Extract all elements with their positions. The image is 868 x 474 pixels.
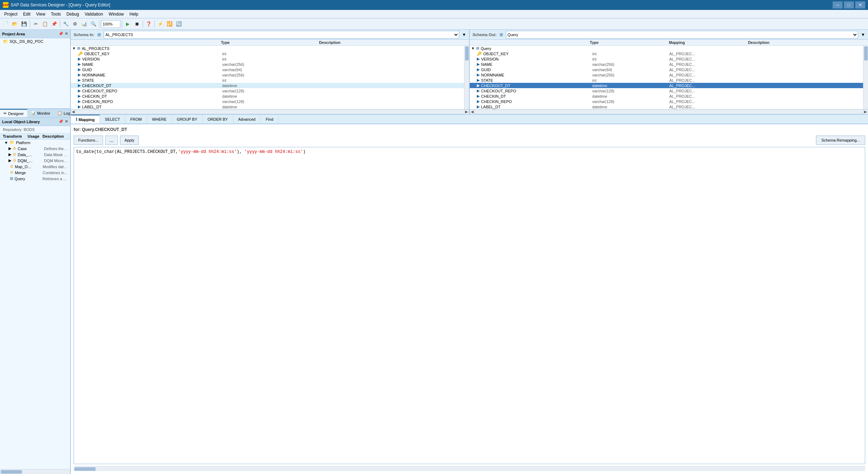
schema-in-row-4[interactable]: ▶ NORMNAME varchar(256) [71,72,464,78]
tb-run[interactable]: ▶ [124,20,132,28]
tb-new[interactable]: 📄 [1,20,10,28]
tb-sep-3 [99,21,99,28]
menu-validation[interactable]: Validation [82,11,106,17]
schema-out-row-6[interactable]: ▶ CHECKOUT_DT datetime AL_PROJEC... [470,83,863,88]
schema-in-row-6[interactable]: ▶ CHECKOUT_DT datetime [71,83,464,88]
lib-item-datamask[interactable]: ▶ ⚙ Data_Mask Data Mask Base Tr... [0,152,70,158]
schema-out-vscroll-thumb[interactable] [864,46,868,61]
code-hscroll-thumb[interactable] [74,467,96,471]
lib-item-mapop-name: Map_Operation [15,165,32,169]
menu-edit[interactable]: Edit [20,11,33,17]
schema-in-row-3[interactable]: ▶ GUID varchar(64) [71,67,464,72]
tb-extra1[interactable]: ⚡ [156,20,165,28]
tab-where-label: WHERE [152,117,166,121]
schema-remapping-button[interactable]: Schema Remapping... [816,136,865,145]
tb-help[interactable]: ❓ [144,20,153,28]
schema-in-hscroll-track[interactable] [76,110,464,114]
lib-item-platform[interactable]: ▼ 📁 Platform [0,139,70,145]
tab-from[interactable]: FROM [125,115,147,124]
tab-advanced[interactable]: Advanced [233,115,261,124]
schema-out-row-8[interactable]: ▶ CHECKIN_DT datetime AL_PROJEC... [470,93,863,99]
local-lib-close[interactable]: ✕ [65,119,68,124]
schema-out-select[interactable]: Query [506,31,858,39]
project-area-close[interactable]: ✕ [65,32,68,36]
schema-out-row-2[interactable]: ▶ NAME varchar(256) AL_PROJEC... [470,62,863,67]
schema-out-right-arrow[interactable]: ▶ [863,109,868,114]
minimize-button[interactable]: ─ [833,1,843,8]
schema-out-hscroll-track[interactable] [475,110,863,114]
tab-mapping[interactable]: ℹ Mapping [71,115,100,124]
tb-btn4[interactable]: 🔍 [89,20,98,28]
schema-in-row-2[interactable]: ▶ NAME varchar(256) [71,62,464,67]
schema-in-row-5[interactable]: ▶ STATE int [71,78,464,83]
tb-stop[interactable]: ⏹ [133,20,141,28]
schema-out-row-0[interactable]: 🔑 OBJECT_KEY int AL_PROJEC... [470,51,863,56]
schema-in-row-9[interactable]: ▶ CHECKIN_REPO varchar(128) [71,99,464,104]
dots-button[interactable]: ... [105,136,118,145]
schema-in-left-arrow[interactable]: ◀ [71,109,76,114]
tb-copy[interactable]: 📋 [41,20,49,28]
menu-view[interactable]: View [33,11,48,17]
project-tree-item-sql[interactable]: 📁 SQL_DS_BQ_POC [0,38,70,45]
schema-out-row-3[interactable]: ▶ GUID varchar(64) AL_PROJEC... [470,67,863,72]
schema-in-vscroll[interactable] [464,46,469,109]
lib-item-query[interactable]: ⊞ Query Retrieves a data se... [0,176,70,182]
schema-out-row-7[interactable]: ▶ CHECKOUT_REPO varchar(128) AL_PROJEC..… [470,88,863,93]
tb-save[interactable]: 💾 [20,20,28,28]
tb-paste[interactable]: 📌 [50,20,58,28]
arrow-icon-7: ▶ [78,88,81,93]
code-editor[interactable]: to_date(to_char(AL_PROJECTS.CHECKOUT_DT,… [74,147,865,464]
left-panel-hscroll[interactable] [0,469,70,474]
schema-out-root[interactable]: ▼ ⊞ Query [470,46,863,51]
maximize-button[interactable]: □ [844,1,854,8]
code-hscroll[interactable] [74,466,865,471]
zoom-input[interactable] [101,20,120,28]
menu-project[interactable]: Project [1,11,20,17]
close-button[interactable]: ✕ [855,1,865,8]
schema-out-left-arrow[interactable]: ◀ [470,109,475,114]
tab-monitor[interactable]: 📊 Monitor [27,109,54,117]
lib-item-mapop[interactable]: ⚙ Map_Operation Modifies data bas... [0,164,70,170]
tb-extra2[interactable]: 🔁 [165,20,174,28]
apply-button[interactable]: Apply [120,136,139,145]
local-lib-pin[interactable]: 📌 [58,119,63,124]
functions-button[interactable]: Functions... [74,136,103,145]
schema-in-root[interactable]: ▼ ⊞ AL_PROJECTS [71,46,464,51]
menu-debug[interactable]: Debug [64,11,82,17]
schema-in-right-arrow[interactable]: ▶ [464,109,469,114]
tb-btn3[interactable]: 📊 [80,20,88,28]
menu-window[interactable]: Window [106,11,127,17]
lib-item-merge[interactable]: ⚙ Merge Combines incom... [0,170,70,176]
schema-out-row-9[interactable]: ▶ CHECKIN_REPO varchar(128) AL_PROJEC... [470,99,863,104]
project-area-pin[interactable]: 📌 [58,32,63,36]
tab-find[interactable]: Find [261,115,279,124]
tb-btn2[interactable]: ⚙ [71,20,79,28]
left-hscroll-thumb[interactable] [1,470,22,474]
schema-out-row-4[interactable]: ▶ NORMNAME varchar(256) AL_PROJEC... [470,72,863,78]
schema-in-row-8[interactable]: ▶ CHECKIN_DT datetime [71,93,464,99]
tab-order-by[interactable]: ORDER BY [202,115,233,124]
lib-item-case[interactable]: ▶ ⚙ Case Defines the proce... [0,145,70,152]
tab-designer[interactable]: ✏ Designer [0,109,27,117]
tab-where[interactable]: WHERE [147,115,172,124]
schema-out-vscroll[interactable] [863,46,868,109]
schema-in-vscroll-thumb[interactable] [465,46,469,61]
schema-out-row-5[interactable]: ▶ STATE int AL_PROJEC... [470,78,863,83]
schema-in-select[interactable]: AL_PROJECTS [104,31,459,39]
schema-out-row-1[interactable]: ▶ VERSION int AL_PROJEC... [470,56,863,62]
schema-in-row-10[interactable]: ▶ LABEL_DT datetime [71,104,464,109]
tb-open[interactable]: 📂 [11,20,19,28]
tab-select[interactable]: SELECT [100,115,125,124]
lib-item-dqm[interactable]: ▶ ⚙ DQM_Microser... DQM Microservic... [0,158,70,164]
tb-extra3[interactable]: 🔄 [175,20,183,28]
schema-out-row-10[interactable]: ▶ LABEL_DT datetime AL_PROJEC... [470,104,863,109]
schema-in-col-name [74,40,221,45]
schema-in-row-7[interactable]: ▶ CHECKOUT_REPO varchar(128) [71,88,464,93]
menu-tools[interactable]: Tools [48,11,64,17]
menu-help[interactable]: Help [127,11,141,17]
tb-btn1[interactable]: 🔧 [62,20,70,28]
tb-cut[interactable]: ✂ [32,20,40,28]
tab-group-by[interactable]: GROUP BY [172,115,202,124]
schema-in-row-0[interactable]: 🔑 OBJECT_KEY int [71,51,464,56]
schema-in-row-1[interactable]: ▶ VERSION int [71,56,464,62]
